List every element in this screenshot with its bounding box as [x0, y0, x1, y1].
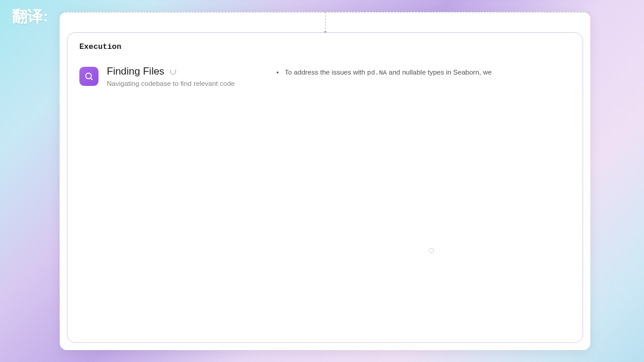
step-block: Finding Files Navigating codebase to fin… [79, 66, 258, 87]
svg-point-0 [86, 73, 91, 79]
step-title-row: Finding Files [107, 66, 235, 78]
step-subtitle: Navigating codebase to find relevant cod… [107, 80, 235, 87]
divider-left [60, 12, 325, 13]
cursor-icon: ◌ [429, 246, 435, 254]
svg-line-1 [91, 78, 93, 80]
page-label: 翻译: [12, 6, 48, 27]
output-section: To address the issues with pd.NA and nul… [276, 66, 571, 87]
step-text: Finding Files Navigating codebase to fin… [107, 66, 235, 87]
execution-panel: Execution Finding Files Navigating codeb… [67, 32, 583, 343]
divider-stem [325, 12, 326, 32]
panel-title: Execution [79, 42, 571, 51]
list-item: To address the issues with pd.NA and nul… [276, 67, 571, 79]
inline-code: pd.NA [367, 69, 387, 76]
content-row: Finding Files Navigating codebase to fin… [79, 66, 571, 87]
loading-spinner-icon [170, 69, 176, 75]
output-list: To address the issues with pd.NA and nul… [276, 67, 571, 79]
step-title: Finding Files [107, 66, 164, 78]
search-icon [79, 67, 98, 86]
main-card: Execution Finding Files Navigating codeb… [60, 12, 590, 350]
divider-right [325, 12, 591, 13]
